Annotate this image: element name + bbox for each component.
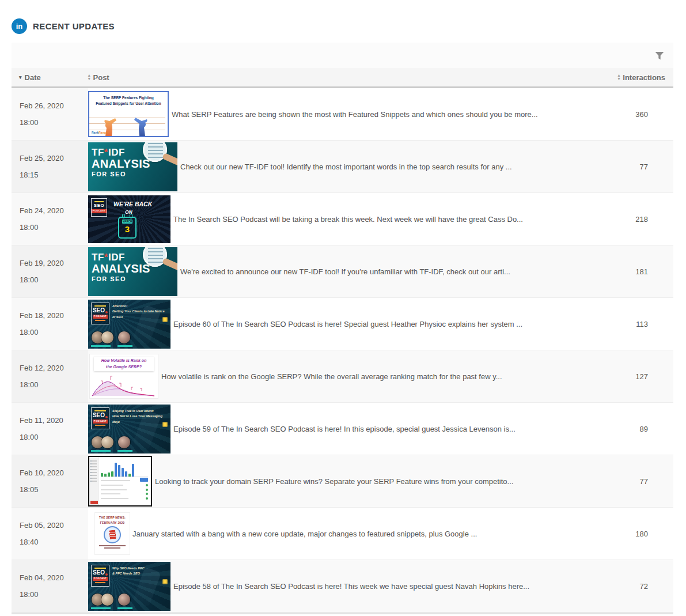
interactions-cell: 77 — [587, 141, 673, 192]
date-cell: Feb 25, 2020 18:15 — [12, 141, 88, 192]
sort-icon: ▴▾ — [618, 74, 620, 81]
sticker-icon — [162, 579, 168, 584]
post-date: Feb 12, 2020 — [20, 364, 88, 372]
interactions-cell: 181 — [587, 245, 673, 297]
column-header-post[interactable]: ▴▾ Post — [88, 73, 587, 82]
post-text[interactable]: Episode 60 of The In Search SEO Podcast … — [173, 320, 522, 328]
bar-chart-illustration — [101, 459, 148, 477]
sort-descending-icon: ▾ — [19, 75, 22, 80]
post-text[interactable]: What SERP Features are being shown the m… — [172, 110, 538, 119]
podcast-logo: SEOPODCAST — [91, 303, 109, 324]
post-thumbnail[interactable]: How Volatile is Rank onthe Google SERP? — [89, 354, 158, 399]
post-text[interactable]: Check out our new TF-IDF tool! Identify … — [180, 162, 512, 171]
post-time: 18:40 — [20, 538, 88, 546]
post-date: Feb 05, 2020 — [20, 521, 88, 530]
column-header-interactions[interactable]: ▴▾ Interactions — [587, 73, 673, 82]
sticker-icon — [162, 422, 168, 427]
avatar — [118, 594, 130, 606]
interactions-count: 360 — [635, 110, 648, 119]
interactions-count: 72 — [640, 582, 648, 591]
post-cell: How Volatile is Rank onthe Google SERP? … — [88, 350, 587, 402]
column-header-date[interactable]: ▾ Date — [12, 73, 88, 82]
page-title: RECENT UPDATES — [33, 21, 115, 31]
filter-bar — [12, 43, 673, 68]
table-row: Feb 12, 2020 18:00 How Volatile is Rank … — [12, 350, 673, 403]
post-thumbnail[interactable]: SEOPODCASTAttention!Getting Your Clients… — [88, 300, 170, 349]
podcast-logo: SEOPODCAST — [91, 198, 107, 217]
post-text[interactable]: How volatile is rank on the Google SERP?… — [161, 372, 502, 381]
post-thumbnail[interactable]: TF*IDFANALYSISFOR SEO — [88, 142, 177, 191]
thumbnail-title: Staying True to User Intent:How Not to L… — [112, 409, 166, 426]
interactions-count: 181 — [635, 267, 648, 276]
post-text[interactable]: Looking to track your domain SERP Featur… — [155, 477, 513, 486]
post-thumbnail[interactable]: TF*IDFANALYSISFOR SEO — [88, 247, 177, 296]
post-thumbnail[interactable] — [88, 456, 152, 507]
widget-title-row: in RECENT UPDATES — [12, 0, 673, 35]
page: in RECENT UPDATES ▾ Date ▴▾ Post ▴▾ Inte… — [0, 0, 686, 614]
post-time: 18:15 — [20, 171, 88, 179]
data-rows-illustration — [101, 479, 148, 500]
interactions-count: 89 — [640, 425, 648, 433]
post-time: 18:00 — [20, 380, 88, 389]
post-thumbnail[interactable]: SEOPODCASTWhy SEO Needs PPC& PPC Needs S… — [88, 562, 170, 611]
post-date: Feb 18, 2020 — [20, 311, 88, 320]
brand-logo: RankRanger — [92, 131, 108, 134]
post-text[interactable]: The In Search SEO Podcast will be taking… — [173, 215, 523, 224]
hand-illustration — [162, 152, 177, 165]
table-row: Feb 25, 2020 18:15 TF*IDFANALYSISFOR SEO… — [12, 141, 673, 193]
post-time: 18:00 — [20, 433, 88, 441]
interactions-count: 180 — [635, 530, 648, 538]
table-row: Feb 11, 2020 18:00 SEOPODCASTStaying Tru… — [12, 403, 673, 455]
interactions-cell: 360 — [587, 88, 673, 140]
interactions-cell: 218 — [587, 193, 673, 245]
button-illustration — [140, 478, 148, 482]
rank-volatility-chart — [91, 375, 156, 397]
post-time: 18:00 — [20, 223, 88, 232]
recent-updates-widget: ▾ Date ▴▾ Post ▴▾ Interactions Feb 26, 2… — [12, 43, 673, 614]
post-date: Feb 24, 2020 — [20, 206, 88, 215]
thumbnail-title: How Volatile is Rank onthe Google SERP? — [94, 357, 154, 371]
sort-down-glyph: ▾ — [618, 77, 620, 81]
column-label-interactions: Interactions — [623, 73, 665, 82]
sticker-icon — [162, 317, 168, 322]
post-text[interactable]: Episode 58 of The In Search SEO Podcast … — [173, 582, 529, 591]
date-cell: Feb 19, 2020 18:00 — [12, 245, 88, 297]
thumbnail-title: Attention!Getting Your Clients to take N… — [112, 304, 166, 321]
table-row: Feb 05, 2020 18:40 THE SERP NEWS:FEBRUAR… — [12, 508, 673, 560]
avatar — [118, 331, 130, 343]
post-cell: THE SERP NEWS:FEBRUARY 2020 January star… — [88, 508, 587, 560]
interactions-count: 113 — [636, 320, 648, 328]
post-time: 18:00 — [20, 590, 88, 599]
post-text[interactable]: January started with a bang with a new c… — [132, 530, 477, 538]
news-emblem-icon — [104, 526, 121, 543]
interactions-cell: 180 — [587, 508, 673, 560]
post-thumbnail[interactable]: SEOPODCASTWE'RE BACKONMARCH3 — [88, 195, 170, 243]
post-text[interactable]: Episode 59 of The In Search SEO Podcast … — [173, 425, 516, 433]
post-text[interactable]: We're excited to announce our new TF-IDF… — [180, 267, 510, 276]
post-cell: SEOPODCASTAttention!Getting Your Clients… — [88, 298, 587, 350]
date-cell: Feb 12, 2020 18:00 — [12, 350, 88, 402]
post-cell: Looking to track your domain SERP Featur… — [88, 455, 587, 507]
table-row: Feb 24, 2020 18:00 SEOPODCASTWE'RE BACKO… — [12, 193, 673, 245]
filter-icon[interactable] — [655, 51, 664, 60]
post-thumbnail[interactable]: THE SERP NEWS:FEBRUARY 2020 — [95, 513, 130, 554]
thumbnail-title: THE SERP NEWS:FEBRUARY 2020 — [95, 515, 130, 525]
interactions-count: 77 — [640, 162, 648, 171]
post-cell: TF*IDFANALYSISFOR SEO We're excited to a… — [88, 245, 587, 297]
thumbnail-title: TF*IDFANALYSISFOR SEO — [92, 252, 150, 284]
sort-down-glyph: ▾ — [88, 77, 90, 81]
post-thumbnail[interactable]: The SERP Features FightingFeatured Snipp… — [88, 91, 169, 137]
date-cell: Feb 10, 2020 18:05 — [12, 455, 88, 507]
table-row: Feb 04, 2020 18:00 SEOPODCASTWhy SEO Nee… — [12, 560, 673, 613]
interactions-cell: 127 — [587, 350, 673, 402]
post-time: 18:00 — [20, 275, 88, 284]
interactions-cell: 77 — [587, 455, 673, 507]
thumbnail-title: WE'RE BACK — [113, 201, 152, 207]
post-cell: SEOPODCASTWhy SEO Needs PPC& PPC Needs S… — [88, 560, 587, 612]
date-cell: Feb 18, 2020 18:00 — [12, 298, 88, 350]
post-cell: The SERP Features FightingFeatured Snipp… — [88, 88, 587, 140]
date-cell: Feb 04, 2020 18:00 — [12, 560, 88, 612]
post-thumbnail[interactable]: SEOPODCASTStaying True to User Intent:Ho… — [88, 405, 170, 454]
interactions-count: 77 — [640, 477, 648, 486]
post-date: Feb 10, 2020 — [20, 468, 88, 477]
